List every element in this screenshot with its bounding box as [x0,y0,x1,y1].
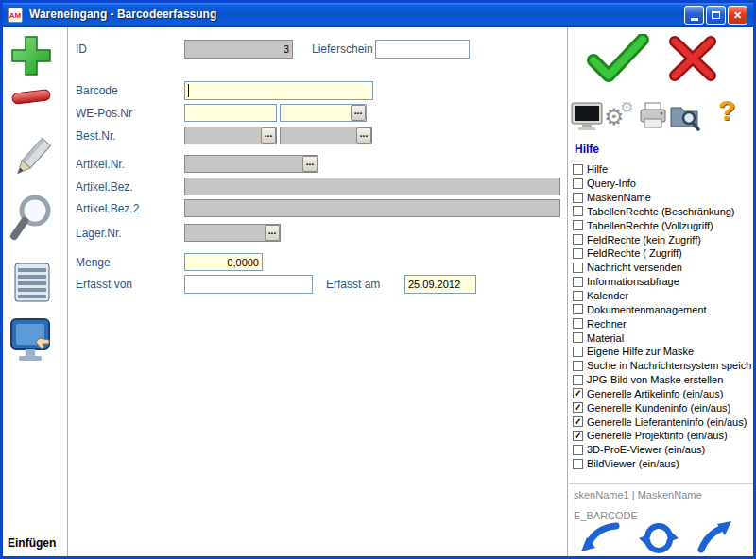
table-view-button[interactable] [13,261,51,304]
back-arrow-icon [578,519,620,555]
help-option-nachricht-versenden[interactable]: Nachricht versenden [573,261,752,275]
help-option-tabellenrechte-beschränkung[interactable]: TabellenRechte (Beschränkung) [573,205,752,219]
navigate-back-button[interactable] [578,519,620,559]
checkbox-icon[interactable] [573,193,583,203]
help-option-maskenname[interactable]: MaskenName [573,191,752,205]
checkbox-icon[interactable] [573,347,583,357]
help-option-suche-in-nachrichtensystem-speich[interactable]: Suche in Nachrichtensystem speich [573,359,752,373]
checkbox-icon[interactable] [573,206,583,216]
artikel-bez-label: Artikel.Bez. [76,180,133,194]
checkbox-icon[interactable] [573,178,583,189]
close-button[interactable]: ✕ [728,6,747,25]
help-option-generelle-artikelinfo-ein-aus[interactable]: ✓Generelle Artikelinfo (ein/aus) [573,387,752,401]
id-label: ID [76,42,87,56]
monitor-icon [571,102,603,132]
barcode-field[interactable] [184,81,373,100]
print-button[interactable] [639,102,667,134]
help-option-jpg-bild-von-maske-erstellen[interactable]: JPG-Bild von Maske erstellen [573,373,752,387]
help-option-eigene-hilfe-zur-maske[interactable]: Eigene Hilfe zur Maske [573,345,752,359]
help-option-tabellenrechte-vollzugriff[interactable]: TabellenRechte (Vollzugriff) [573,218,752,232]
checkbox-icon[interactable] [573,234,583,245]
maximize-button[interactable] [706,6,726,25]
cancel-button[interactable] [663,34,722,87]
checkbox-checked-icon[interactable]: ✓ [573,416,583,427]
help-option-hilfe[interactable]: Hilfe [573,162,752,177]
checkbox-icon[interactable] [573,445,583,455]
menge-field[interactable] [184,253,263,271]
help-option-label: BildViewer (ein/aus) [587,458,679,469]
checkbox-checked-icon[interactable]: ✓ [573,431,583,441]
checkbox-icon[interactable] [573,248,583,259]
ok-button[interactable] [584,34,650,87]
help-option-material[interactable]: Material [573,330,752,345]
artikel-bez2-field [184,199,560,217]
best-nr-lookup-button-1[interactable]: ... [261,127,276,144]
help-option-label: TabellenRechte (Beschränkung) [587,206,735,217]
lager-nr-field-wrap: ... [184,224,281,242]
help-option-dokumentenmanagement[interactable]: Dokumentenmanagement [573,302,752,316]
terminal-button[interactable] [9,317,53,370]
help-option-label: Kalender [587,290,628,301]
minimize-button[interactable] [684,6,704,25]
lieferschein-field[interactable] [375,40,470,59]
help-option-generelle-kundeninfo-ein-aus[interactable]: ✓Generelle Kundeninfo (ein/aus) [573,400,752,415]
erfasst-am-field[interactable] [404,275,476,294]
help-option-feldrechte-kein-zugriff[interactable]: FeldRechte (kein Zugriff) [573,232,752,246]
plus-icon [9,34,53,77]
erfasst-von-label: Erfasst von [76,278,132,291]
lager-nr-lookup-button[interactable]: ... [265,225,280,241]
help-option-informationsabfrage[interactable]: Informationsabfrage [573,275,752,289]
checkbox-icon[interactable] [573,220,583,230]
checkbox-checked-icon[interactable]: ✓ [573,388,583,398]
help-option-query-info[interactable]: Query-Info [573,177,752,191]
best-nr-lookup-button-2[interactable]: ... [356,127,371,144]
sidebar-divider [67,27,68,556]
help-option-feldrechte-zugriff[interactable]: FeldRechte ( Zugriff) [573,246,752,261]
lieferschein-label: Lieferschein [312,42,373,56]
help-option-label: Eigene Hilfe zur Maske [587,346,694,357]
help-option-generelle-projektinfo-ein-aus[interactable]: ✓Generelle Projektinfo (ein/aus) [573,429,752,443]
window-title: Wareneingang - Barcodeerfassung [29,8,216,21]
title-bar[interactable]: AM Wareneingang - Barcodeerfassung ✕ [3,3,753,27]
navigate-forward-button[interactable] [696,519,735,559]
red-bar-icon [9,83,53,110]
checkbox-checked-icon[interactable]: ✓ [573,402,583,413]
help-button[interactable]: ? [718,94,735,127]
help-option-label: Generelle Lieferanteninfo (ein/aus) [587,416,747,428]
add-record-button[interactable] [9,34,53,77]
settings-button[interactable]: ⚙ ⚙ [604,98,638,132]
help-option-kalender[interactable]: Kalender [573,289,752,303]
mask-name-status: skenName1 | MaskenName [574,489,702,500]
folder-search-icon [669,100,701,132]
we-pos-nr-field-1[interactable] [184,104,277,122]
checkbox-icon[interactable] [573,361,583,371]
screen-button[interactable] [571,102,603,136]
refresh-button[interactable] [637,517,680,559]
help-option-label: FeldRechte ( Zugriff) [587,247,682,259]
search-record-button[interactable] [8,191,55,246]
we-pos-nr-lookup-button[interactable]: ... [351,105,366,121]
status-divider [569,483,753,484]
artikel-bez2-label: Artikel.Bez.2 [76,202,139,215]
help-option-label: MaskenName [587,192,651,203]
checkbox-icon[interactable] [573,375,583,385]
document-search-button[interactable] [669,100,701,136]
checkbox-icon[interactable] [573,304,583,314]
table-grid-icon [13,261,51,304]
artikel-nr-label: Artikel.Nr. [76,158,125,171]
help-option-3d-proe-viewer-ein-aus[interactable]: 3D-ProE-Viewer (ein/aus) [573,443,752,457]
artikel-nr-lookup-button[interactable]: ... [302,156,318,172]
edit-record-button[interactable] [9,134,53,183]
checkbox-icon[interactable] [573,164,583,175]
checkbox-icon[interactable] [573,459,583,469]
help-option-rechner[interactable]: Rechner [573,316,752,330]
delete-record-button[interactable] [9,83,53,110]
checkbox-icon[interactable] [573,263,583,273]
help-option-bildviewer-ein-aus[interactable]: BildViewer (ein/aus) [573,457,752,471]
checkbox-icon[interactable] [573,291,583,301]
erfasst-von-field[interactable] [184,275,313,294]
checkbox-icon[interactable] [573,277,583,287]
help-option-generelle-lieferanteninfo-ein-aus[interactable]: ✓Generelle Lieferanteninfo (ein/aus) [573,415,752,429]
checkbox-icon[interactable] [573,318,583,329]
checkbox-icon[interactable] [573,332,583,343]
